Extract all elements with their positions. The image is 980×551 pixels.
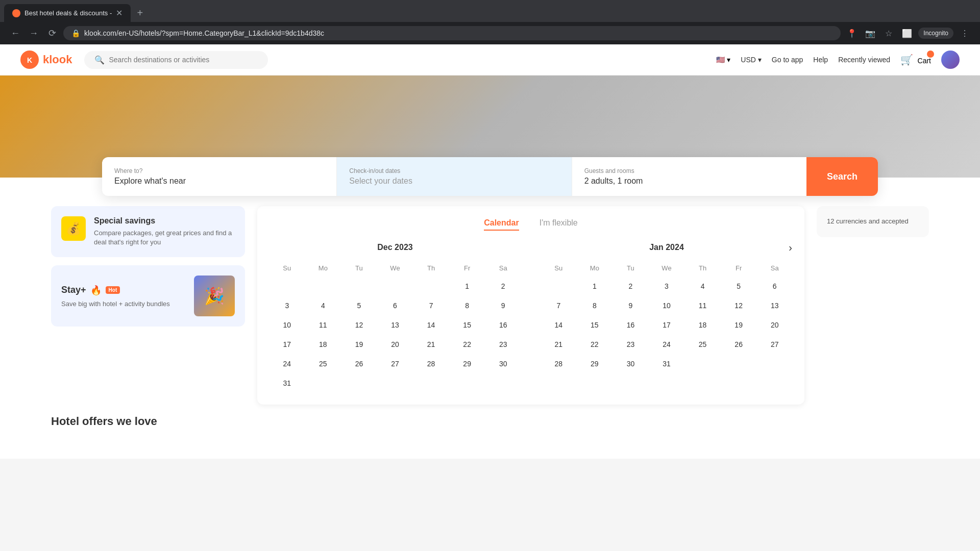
day-cell[interactable]: 6 bbox=[378, 296, 413, 315]
day-cell[interactable]: 7 bbox=[541, 296, 576, 315]
day-cell[interactable]: 24 bbox=[649, 335, 684, 354]
day-cell[interactable]: 3 bbox=[270, 296, 305, 315]
day-cell[interactable]: 7 bbox=[413, 296, 449, 315]
recently-viewed-link[interactable]: Recently viewed bbox=[838, 56, 890, 64]
day-cell[interactable]: 30 bbox=[485, 355, 521, 373]
day-cell[interactable]: 22 bbox=[577, 335, 612, 354]
day-cell[interactable]: 24 bbox=[270, 355, 305, 373]
day-cell[interactable]: 9 bbox=[485, 296, 521, 315]
day-cell[interactable]: 20 bbox=[757, 316, 792, 334]
star-icon[interactable]: ☆ bbox=[881, 26, 896, 40]
search-button[interactable]: Search bbox=[806, 157, 878, 196]
tab-calendar[interactable]: Calendar bbox=[484, 218, 519, 231]
day-cell[interactable]: 14 bbox=[413, 316, 449, 334]
day-cell[interactable]: 23 bbox=[485, 335, 521, 354]
day-cell[interactable]: 19 bbox=[721, 316, 756, 334]
incognito-badge[interactable]: Incognito bbox=[918, 28, 953, 39]
day-cell[interactable]: 25 bbox=[306, 355, 341, 373]
go-to-app-link[interactable]: Go to app bbox=[772, 56, 803, 64]
day-cell[interactable]: 19 bbox=[341, 335, 377, 354]
promo-title: Special savings bbox=[94, 216, 235, 226]
day-cell[interactable]: 13 bbox=[378, 316, 413, 334]
left-panel: 💰 Special savings Compare packages, get … bbox=[51, 206, 245, 405]
day-cell[interactable]: 20 bbox=[378, 335, 413, 354]
day-cell[interactable]: 21 bbox=[413, 335, 449, 354]
new-tab-button[interactable]: + bbox=[133, 6, 147, 20]
language-selector[interactable]: 🇺🇸 ▾ bbox=[716, 56, 730, 64]
day-cell[interactable]: 30 bbox=[613, 355, 648, 373]
day-cell[interactable]: 31 bbox=[649, 355, 684, 373]
camera-off-icon[interactable]: 📷 bbox=[863, 26, 877, 40]
day-cell[interactable]: 15 bbox=[450, 316, 485, 334]
day-cell[interactable]: 28 bbox=[413, 355, 449, 373]
day-cell[interactable]: 13 bbox=[757, 296, 792, 315]
tablet-icon[interactable]: ⬜ bbox=[900, 26, 914, 40]
day-cell[interactable]: 2 bbox=[613, 277, 648, 295]
day-cell bbox=[485, 374, 521, 392]
day-cell bbox=[413, 277, 449, 295]
active-tab[interactable]: Best hotel deals & discounts - ✕ bbox=[4, 4, 131, 22]
day-cell[interactable]: 12 bbox=[721, 296, 756, 315]
address-bar[interactable]: 🔒 klook.com/en-US/hotels/?spm=Home.Categ… bbox=[63, 26, 841, 40]
day-cell[interactable]: 17 bbox=[649, 316, 684, 334]
day-cell[interactable]: 4 bbox=[685, 277, 720, 295]
search-input[interactable] bbox=[109, 56, 258, 64]
back-button[interactable]: ← bbox=[8, 26, 22, 40]
day-cell[interactable]: 16 bbox=[485, 316, 521, 334]
guests-field[interactable]: Guests and rooms 2 adults, 1 room bbox=[572, 157, 806, 196]
day-cell[interactable]: 15 bbox=[577, 316, 612, 334]
logo[interactable]: K klook bbox=[20, 51, 72, 69]
day-cell[interactable]: 8 bbox=[450, 296, 485, 315]
tab-close-button[interactable]: ✕ bbox=[116, 8, 122, 18]
day-cell[interactable]: 10 bbox=[649, 296, 684, 315]
special-savings-card[interactable]: 💰 Special savings Compare packages, get … bbox=[51, 206, 245, 257]
dates-field[interactable]: Check-in/out dates Select your dates bbox=[337, 157, 572, 196]
day-cell[interactable]: 12 bbox=[341, 316, 377, 334]
cart-button[interactable]: 🛒 Cart bbox=[900, 54, 931, 66]
day-cell[interactable]: 6 bbox=[757, 277, 792, 295]
day-cell[interactable]: 16 bbox=[613, 316, 648, 334]
day-cell[interactable]: 22 bbox=[450, 335, 485, 354]
user-avatar[interactable] bbox=[941, 51, 960, 69]
day-cell[interactable]: 18 bbox=[685, 316, 720, 334]
day-cell[interactable]: 4 bbox=[306, 296, 341, 315]
day-cell[interactable]: 26 bbox=[341, 355, 377, 373]
day-cell[interactable]: 29 bbox=[577, 355, 612, 373]
day-cell[interactable]: 31 bbox=[270, 374, 305, 392]
day-cell[interactable]: 26 bbox=[721, 335, 756, 354]
day-cell[interactable]: 11 bbox=[306, 316, 341, 334]
where-to-field[interactable]: Where to? Explore what's near bbox=[102, 157, 337, 196]
search-bar[interactable]: 🔍 bbox=[84, 51, 268, 69]
day-cell[interactable]: 25 bbox=[685, 335, 720, 354]
day-cell[interactable]: 21 bbox=[541, 335, 576, 354]
day-cell[interactable]: 18 bbox=[306, 335, 341, 354]
forward-button[interactable]: → bbox=[27, 26, 41, 40]
menu-icon[interactable]: ⋮ bbox=[958, 26, 972, 40]
reload-button[interactable]: ⟳ bbox=[45, 26, 59, 40]
day-cell[interactable]: 9 bbox=[613, 296, 648, 315]
special-savings-icon: 💰 bbox=[61, 216, 86, 241]
day-cell[interactable]: 23 bbox=[613, 335, 648, 354]
day-cell[interactable]: 5 bbox=[341, 296, 377, 315]
day-cell[interactable]: 29 bbox=[450, 355, 485, 373]
day-cell[interactable]: 14 bbox=[541, 316, 576, 334]
day-cell[interactable]: 11 bbox=[685, 296, 720, 315]
day-cell[interactable]: 1 bbox=[450, 277, 485, 295]
day-cell[interactable]: 10 bbox=[270, 316, 305, 334]
day-cell[interactable]: 3 bbox=[649, 277, 684, 295]
day-cell[interactable]: 27 bbox=[757, 335, 792, 354]
currency-selector[interactable]: USD ▾ bbox=[741, 56, 762, 64]
location-icon[interactable]: 📍 bbox=[845, 26, 859, 40]
day-cell[interactable]: 5 bbox=[721, 277, 756, 295]
day-cell[interactable]: 17 bbox=[270, 335, 305, 354]
day-cell[interactable]: 27 bbox=[378, 355, 413, 373]
day-cell[interactable]: 8 bbox=[577, 296, 612, 315]
stay-plus-card[interactable]: Stay+ 🔥 Hot Save big with hotel + activi… bbox=[51, 265, 245, 327]
next-month-button[interactable]: › bbox=[789, 242, 792, 254]
tab-flexible[interactable]: I'm flexible bbox=[540, 218, 578, 231]
help-link[interactable]: Help bbox=[813, 56, 828, 64]
day-cell[interactable]: 2 bbox=[485, 277, 521, 295]
day-cell[interactable]: 28 bbox=[541, 355, 576, 373]
day-cell[interactable]: 1 bbox=[577, 277, 612, 295]
calendars-grid: Dec 2023 SuMoTuWeThFrSa12345678910111213… bbox=[270, 243, 792, 392]
